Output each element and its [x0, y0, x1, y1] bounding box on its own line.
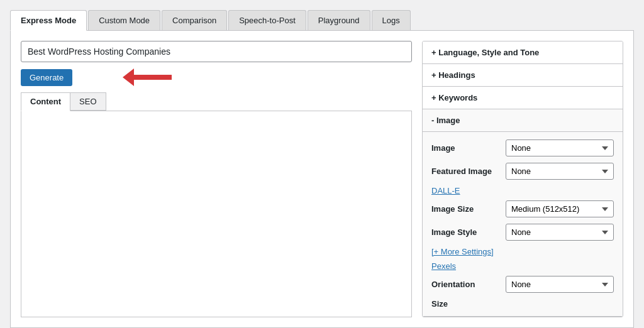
arrow-indicator: [124, 68, 172, 86]
image-style-select[interactable]: None Vivid Natural: [506, 224, 614, 241]
more-settings-link[interactable]: [+ More Settings]: [431, 247, 614, 256]
arrow-head-icon: [123, 68, 134, 86]
featured-image-label: Featured Image: [431, 167, 501, 176]
image-size-select[interactable]: Small (256x256) Medium (512x512) Large (…: [506, 200, 614, 217]
image-field-row: Image None Auto DALL-E Pexels: [431, 139, 614, 156]
content-sub-tabs: Content SEO: [21, 92, 412, 111]
image-select[interactable]: None Auto DALL-E Pexels: [506, 139, 614, 156]
image-label: Image: [431, 143, 501, 153]
featured-image-field-row: Featured Image None Auto DALL-E Pexels: [431, 163, 614, 180]
left-panel: Generate Content SEO: [21, 41, 412, 317]
tab-comparison[interactable]: Comparison: [162, 10, 227, 30]
tab-logs[interactable]: Logs: [372, 10, 411, 30]
topic-input[interactable]: [21, 41, 412, 62]
generate-button[interactable]: Generate: [21, 69, 72, 86]
size-label: Size: [431, 299, 501, 309]
main-content-area: Generate Content SEO + Language, Styl: [10, 31, 634, 328]
right-panel: + Language, Style and Tone + Headings + …: [422, 41, 623, 317]
image-section-body: Image None Auto DALL-E Pexels Featured I…: [423, 132, 623, 317]
image-style-label: Image Style: [431, 227, 501, 237]
pexels-link[interactable]: Pexels: [431, 261, 614, 271]
main-tabs: Express Mode Custom Mode Comparison Spee…: [10, 10, 634, 31]
sub-tab-content[interactable]: Content: [21, 92, 70, 111]
section-image[interactable]: - Image: [423, 109, 623, 132]
image-size-field-row: Image Size Small (256x256) Medium (512x5…: [431, 200, 614, 217]
orientation-select[interactable]: None Landscape Portrait Square: [506, 276, 614, 293]
image-size-label: Image Size: [431, 204, 501, 214]
content-editor-area[interactable]: [21, 111, 412, 317]
orientation-label: Orientation: [431, 280, 501, 289]
tab-custom-mode[interactable]: Custom Mode: [88, 10, 160, 30]
section-headings[interactable]: + Headings: [423, 64, 623, 87]
sub-tab-seo[interactable]: SEO: [70, 92, 106, 111]
section-keywords[interactable]: + Keywords: [423, 87, 623, 109]
tab-speech-to-post[interactable]: Speech-to-Post: [228, 10, 306, 30]
tab-express-mode[interactable]: Express Mode: [10, 10, 87, 31]
tab-playground[interactable]: Playground: [308, 10, 370, 30]
dalle-link[interactable]: DALL-E: [431, 186, 614, 195]
size-field-row: Size: [431, 299, 614, 309]
featured-image-select[interactable]: None Auto DALL-E Pexels: [506, 163, 614, 180]
image-style-field-row: Image Style None Vivid Natural: [431, 224, 614, 241]
section-language-style-tone[interactable]: + Language, Style and Tone: [423, 41, 623, 64]
arrow-body: [134, 75, 172, 80]
orientation-field-row: Orientation None Landscape Portrait Squa…: [431, 276, 614, 293]
